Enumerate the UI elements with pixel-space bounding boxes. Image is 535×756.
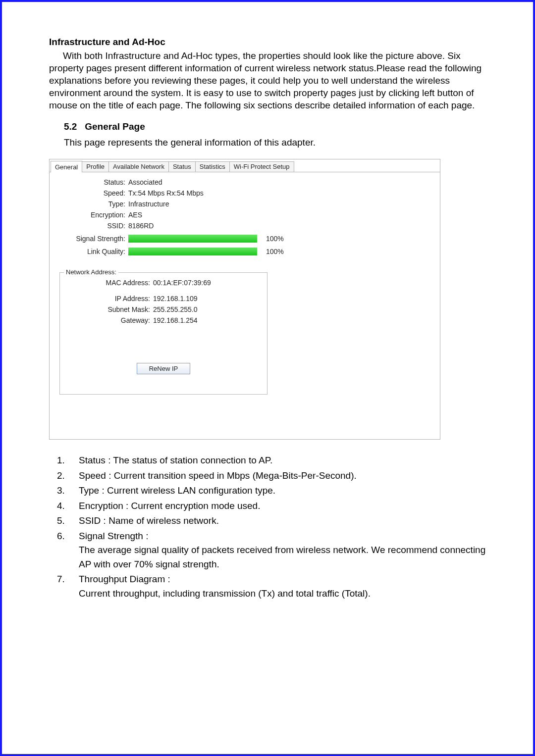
signal-strength-bar [128,235,257,243]
tab-available-network[interactable]: Available Network [108,161,169,172]
link-quality-value: 100% [266,248,284,255]
list-item: Throughput Diagram : Current throughput,… [49,572,486,601]
signal-strength-label: Signal Strength: [56,235,128,243]
tab-profile[interactable]: Profile [82,161,109,172]
subnet-label: Subnet Mask: [64,305,153,313]
ip-label: IP Address: [64,295,153,302]
gateway-label: Gateway: [64,316,153,324]
explanation-list: Status : The status of station connectio… [49,454,486,601]
subnet-value: 255.255.255.0 [153,305,198,313]
list-item-title: Signal Strength : [79,529,486,544]
ssid-label: SSID: [56,222,128,230]
subsection-heading: 5.2 General Page [64,121,486,132]
list-item-desc: Current throughput, including transmissi… [79,587,486,601]
status-value: Associated [128,178,162,186]
mac-label: MAC Address: [64,279,153,287]
list-item: Speed : Current transition speed in Mbps… [49,469,486,483]
page-frame: Infrastructure and Ad-Hoc With both Infr… [0,0,535,756]
intro-paragraph: With both Infrastructure and Ad-Hoc type… [49,50,486,111]
speed-label: Speed: [56,189,128,197]
network-address-group: Network Address: MAC Address:00:1A:EF:07… [59,272,268,395]
tab-statistics[interactable]: Statistics [195,161,230,172]
type-label: Type: [56,200,128,208]
list-item: Status : The status of station connectio… [49,454,486,468]
list-item-desc: The average signal quality of packets re… [79,543,486,571]
network-address-legend: Network Address: [64,268,118,276]
gateway-value: 192.168.1.254 [153,316,198,324]
tab-status[interactable]: Status [168,161,196,172]
encryption-label: Encryption: [56,211,128,219]
list-item: Signal Strength : The average signal qua… [49,529,486,572]
link-quality-label: Link Quality: [56,248,128,255]
list-item: Type : Current wireless LAN configuratio… [49,484,486,498]
speed-value: Tx:54 Mbps Rx:54 Mbps [128,189,204,197]
type-value: Infrastructure [128,200,169,208]
section-heading: Infrastructure and Ad-Hoc [49,37,486,48]
general-pane: Status:Associated Speed:Tx:54 Mbps Rx:54… [50,172,440,437]
renew-ip-button[interactable]: ReNew IP [137,363,191,374]
list-item-title: Throughput Diagram : [79,572,486,587]
list-item: Encryption : Current encryption mode use… [49,499,486,513]
status-label: Status: [56,178,128,186]
tab-general[interactable]: General [51,161,82,172]
tab-wifi-protect-setup[interactable]: Wi-Fi Protect Setup [229,161,294,172]
link-quality-bar [128,248,257,255]
ip-value: 192.168.1.109 [153,295,198,302]
subsection-title: General Page [85,121,145,132]
ssid-value: 8186RD [128,222,154,230]
signal-strength-value: 100% [266,235,284,243]
tab-strip: General Profile Available Network Status… [50,159,440,172]
subsection-number: 5.2 [64,121,77,132]
wifi-properties-dialog: General Profile Available Network Status… [49,159,440,440]
encryption-value: AES [128,211,142,219]
list-item: SSID : Name of wireless network. [49,514,486,528]
subsection-intro: This page represents the general informa… [64,137,486,148]
mac-value: 00:1A:EF:07:39:69 [153,279,211,287]
